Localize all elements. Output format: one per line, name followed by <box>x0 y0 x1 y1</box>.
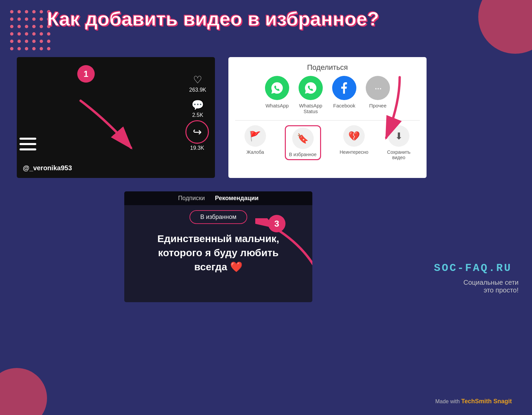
panel3-video-content: Единственный мальчик,которого я буду люб… <box>124 225 312 281</box>
likes-stat: ♡ 263.9K <box>189 74 206 93</box>
step-badge-1: 1 <box>77 65 95 83</box>
notinteresting-label: Неинтересно <box>340 149 368 155</box>
tabs-bar: Подписки Рекомендации <box>124 191 312 205</box>
bookmark-icon: 🔖 <box>292 128 314 149</box>
share-app-more: ··· Прочее <box>366 76 390 114</box>
step2-panel: Поделиться WhatsApp WhatsAppStatus <box>228 57 427 178</box>
dislike-icon: 💔 <box>343 125 365 147</box>
tab-recommendations: Рекомендации <box>215 195 259 202</box>
complaint-icon: 🚩 <box>245 125 266 147</box>
decorative-blob-top-right <box>478 0 532 54</box>
action-notinteresting: 💔 Неинтересно <box>340 125 368 160</box>
video-username: @_veronika953 <box>23 164 72 172</box>
favorites-tab-button[interactable]: В избранном <box>189 210 247 224</box>
action-favorites: 🔖 В избранное <box>285 125 321 160</box>
brand-tagline: Социальные сети это просто! <box>463 279 519 294</box>
tab-subscriptions: Подписки <box>178 195 205 202</box>
share-arrow-icon: ↪ <box>193 126 202 138</box>
whatsapp-label: WhatsApp <box>265 103 289 108</box>
facebook-icon <box>332 76 356 100</box>
comments-stat: 💬 2.5K <box>191 99 204 118</box>
more-label: Прочее <box>369 103 387 108</box>
comment-icon: 💬 <box>191 99 204 111</box>
share-app-whatsapp: WhatsApp <box>265 76 289 114</box>
share-actions-row: 🚩 Жалоба 🔖 В избранное 💔 Неинтересно ⬇ С… <box>228 125 427 160</box>
stats-column: ♡ 263.9K 💬 2.5K <box>189 74 206 118</box>
heart-icon: ♡ <box>193 74 202 86</box>
whatsapp-status-label: WhatsAppStatus <box>299 103 322 114</box>
share-button-highlighted: ↪ 19.3K <box>185 120 209 151</box>
step3-panel: Подписки Рекомендации В избранном Единст… <box>124 191 312 302</box>
more-icon: ··· <box>366 76 390 100</box>
complaint-label: Жалоба <box>247 149 264 155</box>
action-save: ⬇ Сохранитьвидео <box>387 125 411 160</box>
video-text: Единственный мальчик,которого я буду люб… <box>134 232 302 274</box>
made-with-label: Made with TechSmith Snagit <box>435 398 512 405</box>
decorative-blob-bottom-left <box>0 368 47 415</box>
facebook-label: Facebook <box>333 103 355 108</box>
action-complaint: 🚩 Жалоба <box>245 125 266 160</box>
lines-decoration <box>19 138 36 150</box>
share-app-whatsapp-status: WhatsAppStatus <box>299 76 323 114</box>
page-title: Как добавить видео в избранное? <box>47 7 379 30</box>
brand-watermark: SOC-FAQ.RU <box>434 262 512 274</box>
save-label: Сохранитьвидео <box>387 149 411 160</box>
panels-container: 1 ♡ 263.9K 💬 2.5K ↪ 19.3K @_veronika953 <box>17 57 427 178</box>
step1-panel: 1 ♡ 263.9K 💬 2.5K ↪ 19.3K @_veronika953 <box>17 57 215 178</box>
whatsapp-status-icon <box>299 76 323 100</box>
dot-grid-decoration <box>10 10 52 52</box>
whatsapp-icon <box>265 76 289 100</box>
download-icon: ⬇ <box>388 125 409 147</box>
video-background <box>17 57 215 178</box>
share-app-facebook: Facebook <box>332 76 356 114</box>
step3-wrapper: Подписки Рекомендации В избранном Единст… <box>124 191 312 302</box>
favorites-label: В избранное <box>289 152 317 157</box>
step-badge-3: 3 <box>268 215 285 232</box>
share-header: Поделиться <box>228 57 427 76</box>
share-circle: ↪ <box>185 120 209 144</box>
share-apps-row: WhatsApp WhatsAppStatus Facebook <box>228 76 427 114</box>
